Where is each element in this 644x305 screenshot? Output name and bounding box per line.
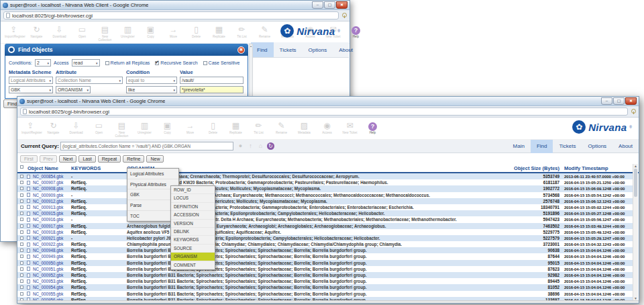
row-checkbox[interactable] [20,175,23,178]
row-checkbox[interactable] [20,261,23,265]
nav-button[interactable]: Prev [40,155,57,163]
up-icon[interactable]: ↑ [247,142,254,150]
metadata-scheme-select[interactable]: Logical Attributes [9,77,53,84]
maximize-button[interactable] [324,1,335,9]
object-name-link[interactable]: NC_000953.gbk [33,278,64,284]
object-name-link[interactable]: NC_000918.gbk [33,229,64,235]
nav-tab[interactable]: Find [251,42,274,57]
front-title-bar[interactable]: super@root - localhost - Nirvana Web Cli… [17,97,639,106]
row-checkbox[interactable] [20,230,23,234]
row-checkbox[interactable] [20,212,23,215]
menu-item[interactable]: VERSION [171,220,215,228]
toolbar-item[interactable]: ? Help [347,23,365,42]
toolbar-item[interactable]: ↻ Navigate [44,119,62,138]
metadata-scheme-select[interactable]: GBK [9,86,53,93]
value-input[interactable]: *prevotella* [180,86,244,93]
object-name-link[interactable]: NC_000854.gbk [33,173,64,179]
conditions-count-select[interactable]: 2 [35,59,51,67]
object-name-link[interactable]: NC_000916.gbk [33,216,64,222]
condition-select[interactable]: like [126,86,177,93]
key-icon[interactable] [341,13,347,18]
object-name-link[interactable]: NC_000952.gbk [33,272,64,278]
modify-timestamp-header[interactable]: Modify Timestamp [564,165,608,171]
checkbox[interactable] [105,61,109,65]
menu-item[interactable]: Logical Attributes [127,169,178,179]
stop-icon[interactable]: ● [237,142,244,150]
attribute-select[interactable]: ORGANISM [56,86,91,93]
nav-button[interactable]: First [20,155,38,163]
toolbar-item[interactable]: ▭ Open [90,119,108,138]
nav-tab[interactable]: Find [531,140,553,153]
object-name-link[interactable]: NC_000908.gbk [33,185,64,191]
menu-item[interactable]: COMMENT [171,261,215,269]
nav-button[interactable]: Next [59,155,76,163]
row-checkbox[interactable] [20,267,23,271]
object-name-link[interactable]: NC_000917.gbk [33,223,64,229]
row-checkbox[interactable] [20,200,23,203]
object-name-link[interactable]: NC_000921.gbk [33,235,64,241]
scroll-up-icon[interactable]: ▲ [633,164,638,168]
nav-button[interactable]: Repeat [98,155,121,163]
nav-tab[interactable]: Options [582,140,613,153]
current-query-input[interactable]: (logical_attributes.Collection Name = '/… [60,142,233,150]
row-checkbox[interactable] [20,292,23,296]
dialog-scrollbar[interactable]: ▴ [249,44,253,97]
access-select[interactable]: read [72,59,100,67]
attribute-select[interactable]: Collection Name [56,77,123,84]
dialog-title-bar[interactable]: Find Objects [5,44,248,56]
object-name-link[interactable]: NC_000907.gbk [33,179,64,185]
select-all-checkbox[interactable] [20,165,23,169]
row-checkbox[interactable] [20,224,23,228]
nav-button[interactable]: Last [78,155,95,163]
menu-item[interactable]: SOURCE [171,245,215,253]
scrollbar-thumb[interactable] [634,169,637,197]
row-checkbox[interactable] [20,255,23,258]
toolbar-item[interactable]: ? Help [364,119,382,138]
menu-item[interactable]: DBLINK [171,228,215,236]
toolbar-item[interactable]: ⇩ Download [67,119,85,138]
toolbar-item[interactable]: ▣ Copy [158,119,176,138]
checkbox[interactable] [203,61,207,65]
object-name-link[interactable]: NC_000949.gbk [33,253,64,259]
row-checkbox[interactable] [20,187,23,190]
row-checkbox[interactable] [20,249,23,252]
nav-tab[interactable]: Tickets [553,140,582,153]
object-name-link[interactable]: NC_000912.gbk [33,198,64,204]
minimize-button[interactable] [601,97,612,105]
row-checkbox[interactable] [20,273,23,277]
object-name-link[interactable]: NC_000922.gbk [33,241,64,247]
toolbar-item[interactable]: ▯ Delete [204,119,222,138]
row-checkbox[interactable] [20,206,23,209]
toolbar-item[interactable]: ▤ New Collection [96,23,114,42]
back-url-bar[interactable]: localhost:8025/cgi-bin/browser.cgi [3,11,339,19]
front-url-bar[interactable]: localhost:8025/cgi-bin/browser.cgi [20,107,628,116]
toolbar-item[interactable]: ▥ Unregister [119,23,137,42]
object-name-link[interactable]: NC_000948.gbk [33,247,64,253]
row-checkbox[interactable] [20,218,23,221]
toolbar-item[interactable]: ⇩ Download [50,23,68,42]
nav-tab[interactable]: Options [303,42,333,57]
object-name-link[interactable]: NC_000950.gbk [33,260,64,266]
toolbar-item[interactable]: ✉ New Ticket [341,119,359,138]
close-button[interactable] [625,97,637,105]
toolbar-item[interactable]: ◉ Access [318,119,336,138]
toolbar-item[interactable]: → Move [181,119,199,138]
row-checkbox[interactable] [20,286,23,289]
back-title-bar[interactable]: super@root - localhost - Nirvana Web Cli… [1,1,350,10]
dialog-close-icon[interactable] [237,46,245,54]
toolbar-item[interactable]: ▤ New Collection [113,119,131,138]
nav-tab[interactable]: About [333,42,359,57]
nav-tab[interactable]: About [612,140,639,153]
refresh-icon[interactable]: ↻ [267,142,274,150]
vertical-scrollbar[interactable]: ▲ ▼ [633,164,638,300]
toolbar-item[interactable]: ▦ Replicate [227,119,245,138]
object-size-header[interactable]: Object Size (Bytes) [487,165,559,171]
horizontal-scrollbar[interactable] [17,300,639,303]
keywords-header[interactable]: KEYWORDS [71,165,101,171]
toolbar-item[interactable]: ✎ Rename [272,119,290,138]
nav-tab[interactable]: Tickets [274,42,303,57]
object-name-link[interactable]: NC_000955.gbk [33,291,64,297]
minimize-button[interactable] [312,1,323,9]
menu-item[interactable]: ORGANISM [171,253,215,261]
toolbar-item[interactable]: ▯ Delete [187,23,205,42]
